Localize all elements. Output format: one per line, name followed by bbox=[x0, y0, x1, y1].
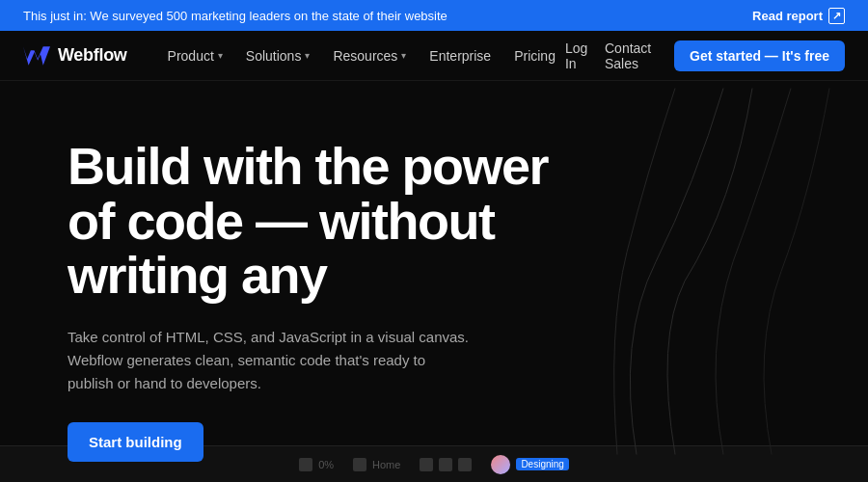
nav-product-label: Product bbox=[168, 48, 214, 64]
navbar: Webflow Product ▾ Solutions ▾ Resources … bbox=[0, 31, 868, 81]
chevron-down-icon: ▾ bbox=[305, 50, 310, 61]
nav-resources-label: Resources bbox=[333, 48, 397, 64]
nav-item-enterprise[interactable]: Enterprise bbox=[420, 42, 501, 69]
contact-sales-link[interactable]: Contact Sales bbox=[605, 40, 659, 71]
nav-pricing-label: Pricing bbox=[514, 48, 556, 64]
chevron-down-icon: ▾ bbox=[401, 50, 406, 61]
hero-content: Build with the power of code — without w… bbox=[68, 139, 588, 462]
webflow-logo-icon bbox=[23, 46, 50, 66]
nav-item-solutions[interactable]: Solutions ▾ bbox=[236, 42, 320, 69]
nav-item-resources[interactable]: Resources ▾ bbox=[323, 42, 416, 69]
logo[interactable]: Webflow bbox=[23, 45, 127, 66]
get-started-button[interactable]: Get started — It's free bbox=[674, 40, 845, 71]
nav-solutions-label: Solutions bbox=[246, 48, 302, 64]
hero-section: Build with the power of code — without w… bbox=[0, 81, 868, 462]
external-link-icon: ↗ bbox=[828, 8, 845, 24]
logo-text: Webflow bbox=[58, 45, 127, 66]
read-report-link[interactable]: Read report ↗ bbox=[752, 8, 845, 24]
nav-item-product[interactable]: Product ▾ bbox=[158, 42, 232, 69]
nav-links: Product ▾ Solutions ▾ Resources ▾ Enterp… bbox=[158, 42, 565, 69]
announcement-bar: This just in: We surveyed 500 marketing … bbox=[0, 0, 868, 31]
read-report-label: Read report bbox=[752, 9, 823, 23]
announcement-text: This just in: We surveyed 500 marketing … bbox=[23, 9, 448, 23]
nav-item-pricing[interactable]: Pricing bbox=[504, 42, 565, 69]
login-link[interactable]: Log In bbox=[565, 40, 589, 71]
start-building-button[interactable]: Start building bbox=[68, 422, 203, 462]
nav-right: Log In Contact Sales Get started — It's … bbox=[565, 40, 845, 71]
hero-subtitle: Take control of HTML, CSS, and JavaScrip… bbox=[68, 326, 473, 395]
hero-heading: Build with the power of code — without w… bbox=[68, 139, 588, 303]
chevron-down-icon: ▾ bbox=[218, 50, 223, 61]
nav-enterprise-label: Enterprise bbox=[429, 48, 491, 64]
